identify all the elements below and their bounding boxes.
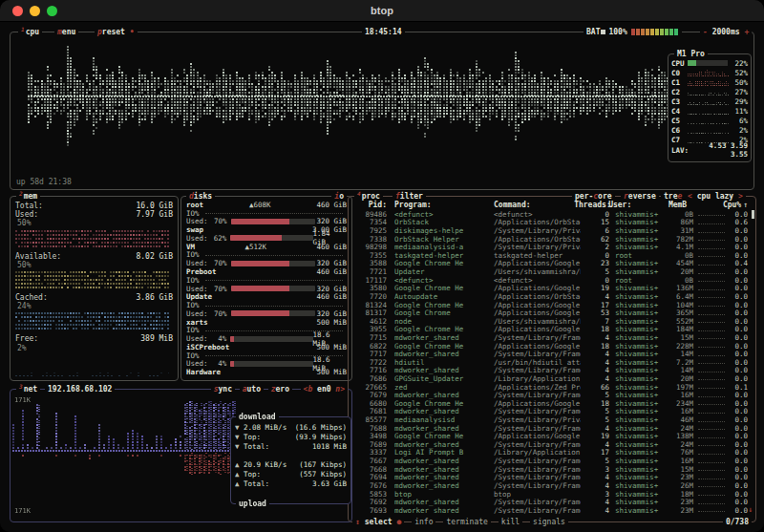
disk-size-value: 500 MiB: [316, 343, 347, 351]
process-mem-sparkline: [698, 360, 725, 364]
col-threads[interactable]: Threads:: [574, 201, 603, 209]
disk-used-percent: 4%: [210, 334, 227, 343]
col-user[interactable]: User:: [608, 201, 658, 209]
process-row[interactable]: 7688 mdworker_shared /System/Library/Fra…: [354, 424, 750, 433]
process-row[interactable]: 98298 mediaanalysisd-a /System/Library/P…: [354, 243, 750, 251]
iface-prev-icon[interactable]: <b: [304, 385, 313, 394]
disk-row: IO%: [186, 301, 347, 309]
process-row[interactable]: 7694 mdworker_shared /System/Library/Fra…: [354, 474, 750, 482]
process-row[interactable]: 7720 Autoupdate /Applications/OrbStack.a…: [354, 292, 750, 301]
mem-stat: Available: 8.02 GiB 50%: [15, 252, 173, 293]
preset-button[interactable]: preset •: [95, 27, 138, 37]
process-row[interactable]: 6822 Google Chrome He /Applications/Goog…: [354, 342, 750, 351]
core-row: C6 2%: [671, 126, 748, 136]
process-row[interactable]: 4612 node /Users/shivammishra/Library/Ca…: [354, 317, 750, 326]
iface-next-icon[interactable]: n>: [335, 385, 345, 394]
core-percent: 27%: [730, 88, 748, 96]
process-row[interactable]: 7679 mdworker_shared /System/Library/Fra…: [354, 391, 750, 399]
mem-stat-label: Cached:: [15, 293, 48, 302]
process-row[interactable]: 7676 mdworker_shared /System/Library/Fra…: [354, 481, 750, 490]
disk-row: Used: 4% 18.6 MiB: [186, 334, 347, 343]
disk-row: Used: 70% 320 GiB: [186, 309, 347, 318]
process-row[interactable]: 5853 btop btop 3 shivammis+ 18M 0.0: [354, 490, 750, 499]
sort-next-icon[interactable]: >: [738, 192, 743, 201]
process-mem-sparkline: [698, 319, 725, 323]
sync-toggle[interactable]: sync: [211, 384, 235, 394]
window-titlebar[interactable]: btop: [0, 0, 764, 22]
process-row[interactable]: 81324 Google Chrome He /Applications/Goo…: [354, 301, 750, 309]
terminate-key[interactable]: terminate: [443, 517, 490, 527]
zero-toggle[interactable]: zero: [268, 384, 292, 394]
process-row[interactable]: 3955 Google Chrome He /Applications/Goog…: [354, 326, 750, 334]
minimize-button[interactable]: [30, 6, 40, 16]
menu-button[interactable]: menu: [54, 27, 78, 37]
process-row[interactable]: 3337 Logi AI Prompt B /Library/Applicati…: [354, 449, 750, 458]
interval-plus-button[interactable]: +: [744, 28, 749, 36]
process-row[interactable]: 7355 taskgated-helper taskgated-helper 0…: [354, 251, 750, 260]
maximize-button[interactable]: [47, 6, 57, 16]
sort-prev-icon[interactable]: <: [688, 192, 692, 201]
disk-used-percent: 70%: [210, 259, 227, 267]
process-row[interactable]: 7338 OrbStack Helper /Applications/OrbSt…: [354, 235, 750, 244]
process-row[interactable]: 85577 mediaanalysisd /System/Library/Pri…: [354, 415, 750, 424]
col-program[interactable]: Program:: [394, 201, 490, 209]
process-mem-sparkline: [698, 483, 725, 487]
signals-key[interactable]: signals: [530, 517, 568, 527]
disk-row: iSCPreboot 500 MiB: [186, 343, 347, 351]
disk-row: Used: 70% 320 GiB: [186, 285, 347, 293]
process-row[interactable]: 7667 mdworker_shared /System/Library/Fra…: [354, 457, 750, 465]
process-row[interactable]: 27665 zed /Applications/Zed Preview.app/…: [354, 383, 750, 392]
process-row[interactable]: 7689 mdworker_shared /System/Library/Fra…: [354, 440, 750, 449]
auto-toggle[interactable]: auto: [240, 384, 264, 394]
process-row[interactable]: 3580 Google Chrome He /Applications/Goog…: [354, 284, 750, 292]
close-button[interactable]: [12, 6, 23, 16]
disk-row: IO%: [186, 209, 347, 218]
process-row[interactable]: 7681 mdworker_shared /System/Library/Fra…: [354, 408, 750, 416]
disk-used-bar: [231, 310, 315, 316]
net-stat-row: ▲ Total: 3.63 GiB: [235, 479, 347, 488]
disk-size-value: 320 GiB: [316, 217, 347, 225]
process-mem-sparkline: [698, 418, 725, 422]
process-row[interactable]: 7668 mdworker_shared /System/Library/Fra…: [354, 465, 750, 474]
col-cpu[interactable]: Cpu%: [718, 201, 741, 209]
process-row[interactable]: 7925 diskimages-helpe /System/Library/Pr…: [354, 226, 750, 235]
core-label: C2: [671, 88, 688, 96]
interface-selector[interactable]: <b en0 n>: [301, 384, 348, 394]
process-row[interactable]: 7693 mdworker_shared /System/Library/Fra…: [354, 506, 750, 514]
process-row[interactable]: 81317 Google Chrome /Applications/Google…: [354, 309, 750, 317]
process-mem-sparkline: [698, 311, 725, 315]
process-mem-sparkline: [698, 401, 725, 405]
disk-row-label: Used:: [186, 259, 208, 267]
update-interval-control[interactable]: - 2000ms +: [700, 27, 752, 37]
process-row[interactable]: 7722 hdiutil /usr/bin/hdiutil attach /Us…: [354, 358, 750, 367]
col-command[interactable]: Command:: [494, 201, 574, 209]
interval-minus-button[interactable]: -: [703, 28, 708, 36]
process-row[interactable]: 7715 mdworker_shared /System/Library/Fra…: [354, 333, 750, 342]
process-row[interactable]: 3498 Google Chrome He /Applications/Goog…: [354, 432, 750, 440]
net-stat-label: 20.9 KiB/s: [244, 460, 286, 469]
process-row[interactable]: 6680 Google Chrome He /Applications/Goog…: [354, 399, 750, 408]
disk-used-percent: 62%: [210, 234, 227, 243]
kill-key[interactable]: kill: [499, 517, 522, 527]
process-row[interactable]: 7692 mdworker_shared /System/Library/Fra…: [354, 498, 750, 506]
col-pid[interactable]: Pid:: [356, 201, 387, 209]
process-program: mdworker_shared: [394, 506, 490, 514]
net-stat-value: (93.9 Mibps): [295, 433, 347, 441]
core-label: C0: [671, 69, 688, 77]
info-key[interactable]: info: [412, 517, 435, 527]
disk-io-graph: [205, 277, 343, 281]
process-row[interactable]: 89486 <defunct> <defunct> 0 shivammis+ 0…: [354, 210, 750, 219]
process-row[interactable]: 3588 Google Chrome He /Applications/Goog…: [354, 260, 750, 268]
scroll-down-icon[interactable]: ↓: [748, 505, 753, 514]
col-memb[interactable]: MemB: [658, 201, 687, 209]
process-row[interactable]: 7717 mdworker_shared /System/Library/Fra…: [354, 350, 750, 358]
process-row[interactable]: 7354 OrbStack /Applications/OrbStack.app…: [354, 219, 750, 227]
process-row[interactable]: 7686 GPGSuite_Updater /Library/Applicati…: [354, 374, 750, 383]
select-key[interactable]: ↕ select ●: [352, 517, 404, 527]
proc-scrollbar[interactable]: [752, 210, 754, 219]
process-row[interactable]: 7716 mdworker_shared /System/Library/Fra…: [354, 367, 750, 375]
process-row[interactable]: 7721 Updater /Users/shivammishra/Library…: [354, 267, 750, 276]
core-graph: [688, 60, 730, 67]
mem-stat: Cached: 3.86 GiB 24%: [15, 293, 173, 334]
process-row[interactable]: 17117 <defunct> <defunct> 0 root 0B 0.0: [354, 276, 750, 285]
